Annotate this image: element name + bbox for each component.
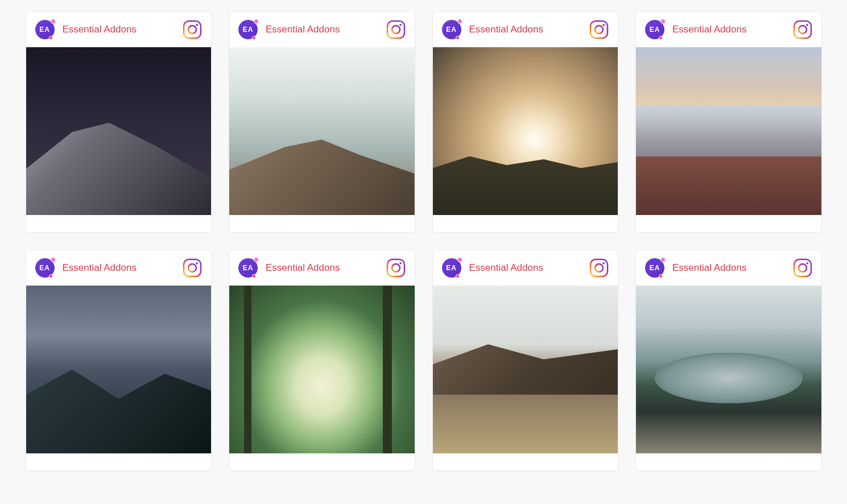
svg-rect-15 (387, 259, 404, 276)
profile-avatar[interactable]: EA (238, 258, 258, 278)
header-left: EA Essential Addons (645, 258, 746, 278)
profile-name-link[interactable]: Essential Addons (266, 262, 340, 274)
profile-name-link[interactable]: Essential Addons (672, 262, 746, 274)
profile-avatar[interactable]: EA (35, 258, 55, 278)
svg-point-10 (799, 26, 807, 34)
avatar-decoration-icon (51, 257, 56, 262)
card-header: EA Essential Addons (229, 12, 415, 47)
avatar-decoration-icon (49, 36, 53, 40)
feed-card[interactable]: EA Essential Addons (229, 11, 415, 233)
svg-point-14 (196, 262, 198, 265)
card-footer (636, 453, 821, 470)
profile-name-link[interactable]: Essential Addons (672, 24, 746, 35)
profile-avatar[interactable]: EA (645, 20, 664, 39)
svg-point-1 (188, 26, 196, 34)
instagram-icon[interactable] (793, 258, 812, 278)
post-image[interactable] (636, 286, 821, 453)
svg-point-16 (392, 264, 400, 272)
post-image[interactable] (636, 47, 821, 215)
feed-card[interactable]: EA Essential Addons (635, 250, 822, 471)
avatar-decoration-icon (252, 274, 256, 278)
avatar-decoration-icon (457, 257, 462, 262)
svg-rect-3 (387, 21, 404, 38)
header-left: EA Essential Addons (238, 258, 340, 278)
profile-avatar[interactable]: EA (35, 20, 55, 39)
feed-card[interactable]: EA Essential Addons (26, 11, 212, 233)
instagram-icon[interactable] (589, 20, 609, 39)
header-left: EA Essential Addons (645, 20, 746, 39)
post-image[interactable] (26, 286, 212, 453)
avatar-decoration-icon (457, 19, 462, 24)
post-image[interactable] (229, 47, 415, 215)
feed-card[interactable]: EA Essential Addons (229, 250, 415, 471)
svg-point-4 (392, 26, 400, 34)
svg-point-19 (595, 264, 603, 272)
svg-rect-0 (184, 21, 201, 38)
svg-rect-6 (590, 21, 608, 38)
header-left: EA Essential Addons (442, 20, 543, 39)
instagram-icon[interactable] (386, 258, 406, 278)
header-left: EA Essential Addons (35, 20, 137, 39)
profile-name-link[interactable]: Essential Addons (469, 24, 543, 35)
post-image[interactable] (26, 47, 212, 215)
instagram-icon[interactable] (183, 20, 202, 39)
profile-name-link[interactable]: Essential Addons (469, 262, 543, 274)
card-header: EA Essential Addons (26, 12, 212, 47)
instagram-icon[interactable] (793, 20, 812, 39)
svg-point-8 (602, 24, 605, 26)
card-header: EA Essential Addons (26, 250, 212, 286)
instagram-icon[interactable] (589, 258, 609, 278)
svg-point-17 (399, 262, 402, 265)
svg-point-11 (806, 24, 808, 26)
card-footer (26, 453, 212, 470)
card-footer (26, 215, 212, 232)
card-header: EA Essential Addons (433, 250, 618, 286)
avatar-label: EA (650, 26, 660, 34)
feed-card[interactable]: EA Essential Addons (26, 250, 212, 471)
avatar-decoration-icon (659, 274, 663, 278)
post-image[interactable] (433, 47, 618, 215)
profile-name-link[interactable]: Essential Addons (266, 24, 340, 35)
svg-point-2 (196, 24, 198, 26)
avatar-decoration-icon (456, 36, 460, 40)
card-header: EA Essential Addons (636, 12, 821, 47)
avatar-label: EA (243, 26, 254, 34)
card-footer (229, 453, 415, 470)
post-image[interactable] (229, 286, 415, 453)
svg-rect-18 (590, 259, 608, 276)
feed-card[interactable]: EA Essential Addons (635, 11, 822, 233)
feed-card[interactable]: EA Essential Addons (432, 11, 619, 233)
svg-point-20 (602, 262, 605, 265)
instagram-icon[interactable] (386, 20, 406, 39)
profile-avatar[interactable]: EA (442, 20, 461, 39)
card-footer (433, 215, 618, 232)
avatar-decoration-icon (49, 274, 53, 278)
header-left: EA Essential Addons (35, 258, 137, 278)
card-footer (433, 453, 618, 470)
header-left: EA Essential Addons (238, 20, 340, 39)
profile-avatar[interactable]: EA (442, 258, 461, 278)
instagram-icon[interactable] (183, 258, 202, 278)
feed-card[interactable]: EA Essential Addons (432, 250, 619, 471)
svg-rect-21 (794, 259, 811, 276)
avatar-decoration-icon (660, 19, 666, 24)
card-header: EA Essential Addons (636, 250, 821, 286)
svg-rect-12 (184, 259, 201, 276)
svg-rect-9 (794, 21, 811, 38)
svg-point-22 (799, 264, 807, 272)
profile-name-link[interactable]: Essential Addons (63, 24, 137, 35)
post-image[interactable] (433, 286, 618, 453)
avatar-decoration-icon (659, 36, 663, 40)
card-header: EA Essential Addons (433, 12, 618, 47)
avatar-decoration-icon (51, 19, 56, 24)
profile-name-link[interactable]: Essential Addons (63, 262, 137, 274)
avatar-label: EA (39, 26, 50, 34)
avatar-decoration-icon (252, 36, 256, 40)
svg-point-7 (595, 26, 603, 34)
card-header: EA Essential Addons (229, 250, 415, 286)
svg-point-13 (188, 264, 196, 272)
avatar-label: EA (39, 264, 50, 272)
profile-avatar[interactable]: EA (645, 258, 664, 278)
profile-avatar[interactable]: EA (238, 20, 258, 39)
card-footer (229, 215, 415, 232)
